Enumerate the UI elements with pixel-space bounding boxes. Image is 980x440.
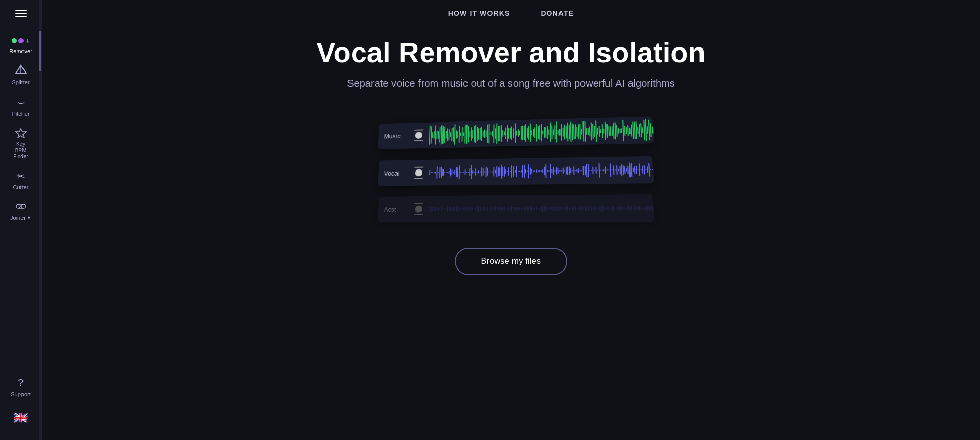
waveform-bar [544,166,545,175]
waveform-bar [619,206,620,211]
waveform-bar [650,169,651,170]
waveform-bar [468,126,469,142]
waveform-bar [516,131,517,135]
waveform-bar [583,207,584,210]
waveform-bar [528,207,529,210]
waveform-bar [498,126,499,141]
waveform-bar [508,128,509,139]
waveform-bar [492,130,493,136]
svg-point-3 [16,204,20,208]
waveform-bar [466,172,467,173]
sidebar-item-pitcher[interactable]: ⌣ Pitcher [0,90,41,122]
sidebar-item-language[interactable]: 🇬🇧 [0,402,41,434]
waveform-bar [505,208,506,209]
waveform-bar [441,206,442,212]
sidebar-item-cutter-label: Cutter [13,184,29,190]
waveform-bar [518,170,519,172]
waveform-bar [487,206,488,211]
waveform-bar [551,206,552,210]
waveform-bar [533,170,534,172]
waveform-bar [634,205,636,211]
waveform-bar [490,132,491,135]
waveform-bar [484,207,485,211]
waveform-bar [521,170,522,173]
waveform-bar [484,129,485,138]
track-third-slider [411,199,426,219]
waveform-bar [525,169,526,173]
waveform-bar [598,126,600,137]
waveform-bar [558,207,559,210]
waveform-bar [627,205,629,211]
waveform-bar [606,207,608,210]
waveform-bar [551,125,552,139]
waveform-bar [501,125,502,141]
waveform-bar [495,128,496,139]
waveform-bar [495,206,496,211]
waveform-bar [621,207,622,210]
waveform-bar [432,172,433,173]
language-flag: 🇬🇧 [10,407,32,429]
waveform-bar [463,132,464,136]
waveform-bar [553,166,554,175]
sidebar-item-joiner[interactable]: Joiner ▼ [0,195,41,226]
waveform-bar [488,124,489,144]
waveform-bar [545,206,546,211]
waveform-bar [550,164,551,178]
waveform-bar [474,172,475,173]
waveform-track-third: Acst [378,194,654,222]
sidebar-item-splitter[interactable]: Splitter [0,59,41,90]
waveform-bar [518,207,519,210]
waveform-bar [641,169,642,170]
sidebar-item-cutter[interactable]: ✂ Cutter [0,165,41,195]
waveform-bar [513,128,514,138]
sidebar-item-keybpm[interactable]: KeyBPMFinder [0,122,41,165]
waveform-bar [469,206,470,212]
waveform-bar [545,164,546,177]
svg-point-4 [21,204,26,208]
waveform-bar [528,126,529,140]
waveform-bar [524,207,525,210]
waveform-bar [522,165,523,177]
waveform-bar [510,128,511,139]
browse-files-button[interactable]: Browse my files [455,248,568,275]
waveform-bar [487,124,488,143]
waveform-bar [434,207,435,211]
waveform-bar [441,166,442,178]
waveform-bar [608,207,609,210]
waveform-bar [594,169,595,170]
waveform-bar [570,168,571,173]
waveform-bar [542,169,543,172]
topnav-donate[interactable]: DONATE [541,9,574,17]
topnav-how-it-works[interactable]: HOW IT WORKS [448,9,510,17]
waveform-bar [602,169,603,170]
waveform-bar [457,167,458,177]
waveform-bar [524,164,525,178]
waveform-bar [478,206,479,211]
track-music-bars [429,116,654,148]
waveform-bar [515,170,516,172]
sidebar-item-support[interactable]: ? Support [0,372,41,402]
waveform-bar [486,166,487,177]
waveform-bar [581,129,582,135]
waveform-bar [527,170,528,172]
waveform-bar [449,207,450,211]
waveform-bar [507,171,508,172]
waveform-bar [559,128,561,135]
waveform-bar [575,170,576,171]
waveform-bar [564,170,565,171]
waveform-bar [502,130,503,137]
waveform-bar [522,125,523,140]
waveform-bar [570,207,571,209]
menu-toggle-button[interactable] [11,6,31,21]
waveform-bar [592,207,593,209]
waveform-bar [460,208,461,210]
sidebar-item-splitter-label: Splitter [12,79,29,85]
waveform-bar [447,172,448,173]
waveform-bar [600,129,601,133]
waveform-bar [457,206,458,211]
waveform-bar [534,170,535,172]
waveform-bar [463,208,464,210]
sidebar-item-remover[interactable]: + Remover [0,32,41,59]
waveform-bar [553,206,554,211]
waveform-bar [598,163,600,177]
